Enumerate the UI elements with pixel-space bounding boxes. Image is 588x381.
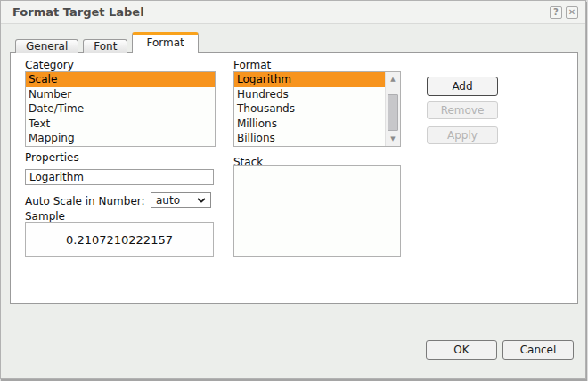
category-list: Scale Number Date/Time Text Mapping	[25, 71, 216, 147]
list-item-mapping[interactable]: Mapping	[26, 131, 215, 146]
category-label: Category	[25, 59, 74, 71]
auto-scale-select[interactable]: auto	[151, 192, 211, 208]
list-item-number[interactable]: Number	[26, 87, 215, 102]
list-item-billions[interactable]: Billions	[234, 131, 385, 146]
stack-list[interactable]	[233, 165, 401, 257]
format-list: Logarithm Hundreds Thousands Millions Bi…	[233, 71, 401, 147]
dialog-title: Format Target Label	[1, 5, 144, 19]
scrollbar-thumb[interactable]	[388, 94, 398, 131]
format-label: Format	[233, 59, 271, 71]
format-list-scrollbar[interactable]: ▲ ▼	[385, 72, 400, 146]
format-target-label-dialog: Format Target Label ? ✕ General Font For…	[0, 0, 586, 379]
auto-scale-label: Auto Scale in Number:	[25, 195, 145, 207]
cancel-button[interactable]: Cancel	[502, 340, 574, 360]
scroll-down-icon[interactable]: ▼	[386, 133, 400, 145]
add-button[interactable]: Add	[427, 77, 498, 96]
list-item-hundreds[interactable]: Hundreds	[234, 87, 385, 102]
remove-button[interactable]: Remove	[427, 101, 498, 119]
sample-box: 0.2107210222157	[25, 222, 214, 257]
close-icon[interactable]: ✕	[566, 6, 578, 19]
window-controls: ? ✕	[550, 6, 578, 19]
sample-value: 0.2107210222157	[66, 233, 173, 247]
properties-label: Properties	[25, 151, 79, 164]
list-item-scale[interactable]: Scale	[26, 72, 215, 87]
category-list-rows: Scale Number Date/Time Text Mapping	[26, 72, 215, 146]
list-item-thousands[interactable]: Thousands	[234, 101, 385, 117]
sample-label: Sample	[25, 210, 65, 223]
list-item-text[interactable]: Text	[26, 117, 215, 132]
format-list-rows: Logarithm Hundreds Thousands Millions Bi…	[234, 72, 385, 146]
format-tab-panel: Category Scale Number Date/Time Text Map…	[10, 52, 578, 304]
list-item-millions[interactable]: Millions	[234, 117, 385, 132]
tab-bar: General Font Format	[15, 31, 203, 53]
tab-format[interactable]: Format	[132, 32, 198, 53]
help-icon[interactable]: ?	[550, 6, 562, 19]
apply-button[interactable]: Apply	[427, 126, 498, 144]
dialog-titlebar: Format Target Label ? ✕	[1, 1, 585, 24]
list-item-logarithm[interactable]: Logarithm	[234, 72, 385, 87]
properties-input[interactable]	[25, 169, 214, 185]
tab-font[interactable]: Font	[83, 39, 127, 53]
tab-general[interactable]: General	[15, 39, 78, 53]
scroll-up-icon[interactable]: ▲	[386, 73, 400, 85]
list-item-date-time[interactable]: Date/Time	[26, 101, 215, 117]
chevron-down-icon	[197, 198, 206, 203]
ok-button[interactable]: OK	[426, 340, 497, 360]
auto-scale-value: auto	[156, 194, 180, 207]
